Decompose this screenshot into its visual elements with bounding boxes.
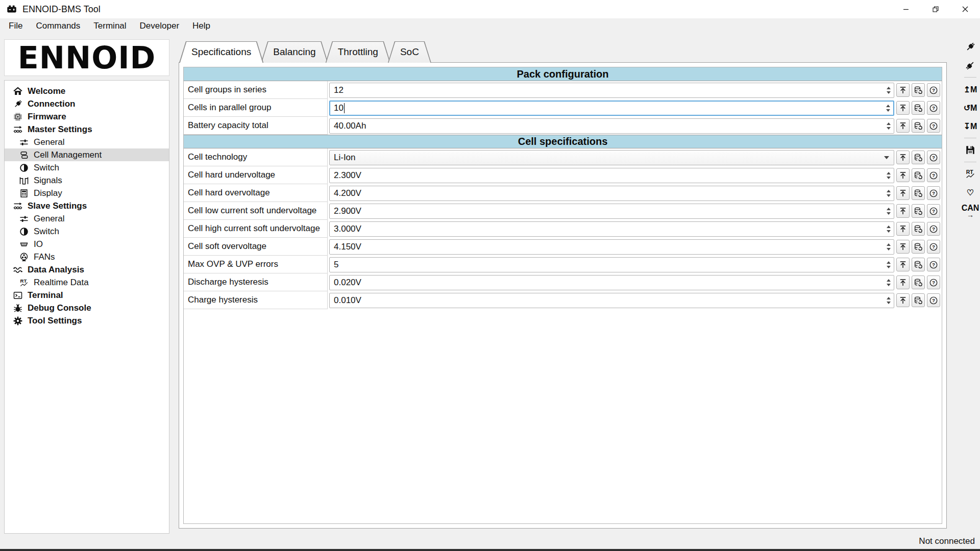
value-input[interactable]: Li-Ion — [329, 150, 894, 165]
restore-default-button[interactable] — [912, 240, 925, 254]
restore-default-button[interactable] — [912, 119, 925, 133]
reload-master-config-button[interactable]: ↺M — [962, 99, 979, 116]
write-button[interactable] — [896, 222, 910, 236]
sidebar-item-master-general[interactable]: General — [5, 136, 169, 148]
restore-default-button[interactable] — [912, 168, 925, 182]
sidebar-item-fans[interactable]: FANs — [5, 251, 169, 263]
realtime-data-button[interactable] — [962, 166, 979, 182]
menu-commands[interactable]: Commands — [29, 19, 87, 33]
write-button[interactable] — [896, 168, 910, 182]
help-button[interactable] — [927, 240, 940, 254]
sidebar-item-tool-settings[interactable]: Tool Settings — [5, 314, 169, 327]
write-button[interactable] — [896, 204, 910, 218]
restore-default-button[interactable] — [912, 101, 925, 115]
restore-default-button[interactable] — [912, 151, 925, 164]
close-button[interactable] — [950, 0, 980, 18]
restore-default-button[interactable] — [912, 83, 925, 97]
sidebar-item-cell-management[interactable]: Cell Management — [5, 148, 169, 161]
restore-button[interactable] — [921, 0, 950, 18]
sidebar-item-data-analysis[interactable]: Data Analysis — [5, 263, 169, 276]
sidebar-item-master-settings[interactable]: Master Settings — [5, 123, 169, 136]
tab-specifications[interactable]: Specifications — [179, 41, 263, 63]
sidebar-item-io[interactable]: IO — [5, 238, 169, 251]
combobox-arrow-icon[interactable] — [884, 156, 889, 159]
write-button[interactable] — [896, 119, 910, 133]
tab-balancing[interactable]: Balancing — [261, 41, 328, 63]
sidebar-item-slave-general[interactable]: General — [5, 212, 169, 225]
help-button[interactable] — [927, 222, 940, 236]
value-input[interactable]: 40.00Ah — [329, 118, 894, 134]
write-button[interactable] — [896, 276, 910, 289]
can-forward-button[interactable]: CAN → — [962, 203, 979, 219]
sidebar-item-debug-console[interactable]: Debug Console — [5, 302, 169, 314]
menu-file[interactable]: File — [2, 19, 29, 33]
write-button[interactable] — [896, 186, 910, 200]
read-master-config-button[interactable]: ↥M — [962, 81, 979, 97]
help-button[interactable] — [927, 151, 940, 164]
value-input[interactable]: 2.300V — [329, 168, 894, 183]
spin-buttons[interactable] — [885, 240, 894, 254]
spin-buttons[interactable] — [885, 276, 894, 290]
write-master-config-button[interactable]: ↧M — [962, 118, 979, 134]
spin-buttons[interactable] — [885, 222, 894, 236]
help-button[interactable] — [927, 83, 940, 97]
disconnect-button[interactable] — [962, 57, 979, 73]
help-button[interactable] — [927, 276, 940, 289]
sidebar-item-signals[interactable]: Signals — [5, 174, 169, 187]
restore-default-button[interactable] — [912, 222, 925, 236]
spin-buttons[interactable] — [885, 83, 894, 97]
write-button[interactable] — [896, 151, 910, 164]
menu-developer[interactable]: Developer — [133, 19, 186, 33]
help-button[interactable] — [927, 293, 940, 307]
spin-buttons[interactable] — [885, 168, 894, 183]
sidebar-item-realtime-data[interactable]: Realtime Data — [5, 276, 169, 289]
spin-buttons[interactable] — [885, 204, 894, 218]
value-input[interactable]: 10 — [329, 101, 894, 116]
tab-soc[interactable]: SoC — [388, 41, 431, 63]
restore-default-button[interactable] — [912, 204, 925, 218]
value-input[interactable]: 0.020V — [329, 275, 894, 290]
menu-terminal[interactable]: Terminal — [87, 19, 133, 33]
tab-throttling[interactable]: Throttling — [326, 41, 390, 63]
write-button[interactable] — [896, 258, 910, 271]
value-input[interactable]: 0.010V — [329, 293, 894, 308]
spin-buttons[interactable] — [885, 119, 894, 133]
spin-buttons[interactable] — [885, 293, 894, 308]
sidebar-item-display[interactable]: Display — [5, 187, 169, 199]
help-button[interactable] — [927, 168, 940, 182]
sidebar-item-connection[interactable]: Connection — [5, 97, 169, 110]
help-button[interactable] — [927, 119, 940, 133]
value-input[interactable]: 3.000V — [329, 221, 894, 237]
value-input[interactable]: 4.200V — [329, 186, 894, 201]
write-button[interactable] — [896, 101, 910, 115]
sidebar-item-master-switch[interactable]: Switch — [5, 161, 169, 174]
value-input[interactable]: 4.150V — [329, 239, 894, 255]
save-button[interactable] — [962, 142, 979, 158]
spin-buttons[interactable] — [884, 102, 893, 115]
value-input[interactable]: 2.900V — [329, 204, 894, 219]
spin-buttons[interactable] — [885, 258, 894, 272]
heart-button[interactable]: ♡ — [962, 184, 979, 201]
connect-button[interactable] — [962, 39, 979, 55]
sidebar-item-welcome[interactable]: Welcome — [5, 85, 169, 97]
minimize-button[interactable] — [891, 0, 921, 18]
restore-default-button[interactable] — [912, 186, 925, 200]
write-button[interactable] — [896, 83, 910, 97]
help-button[interactable] — [927, 204, 940, 218]
menu-help[interactable]: Help — [186, 19, 217, 33]
sidebar-item-terminal[interactable]: Terminal — [5, 289, 169, 302]
spin-buttons[interactable] — [885, 186, 894, 201]
help-button[interactable] — [927, 258, 940, 271]
write-button[interactable] — [896, 240, 910, 254]
sidebar-item-firmware[interactable]: Firmware — [5, 110, 169, 123]
help-button[interactable] — [927, 101, 940, 115]
help-button[interactable] — [927, 186, 940, 200]
value-input[interactable]: 5 — [329, 257, 894, 272]
value-input[interactable]: 12 — [329, 83, 894, 98]
restore-default-button[interactable] — [912, 258, 925, 271]
restore-default-button[interactable] — [912, 276, 925, 289]
sidebar-item-slave-switch[interactable]: Switch — [5, 225, 169, 238]
restore-default-button[interactable] — [912, 293, 925, 307]
write-button[interactable] — [896, 293, 910, 307]
sidebar-item-slave-settings[interactable]: Slave Settings — [5, 199, 169, 212]
